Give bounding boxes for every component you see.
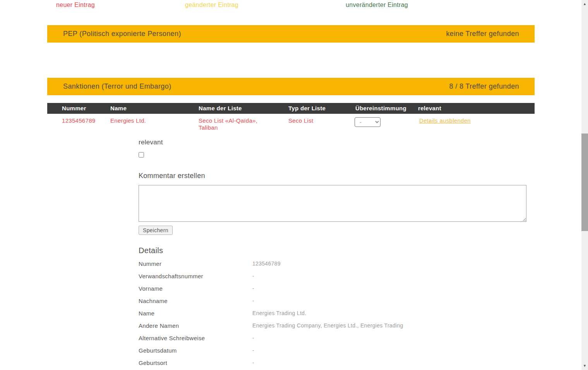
field-value: - [252,360,254,366]
details-heading: Details [139,246,163,255]
column-header-uebereinstimmung: Übereinstimmung [355,105,406,111]
field-label: Nachname [139,298,168,304]
detail-field-name: Name Energies Trading Ltd. [139,310,526,318]
field-label: Vorname [139,285,163,292]
detail-field-geburtsdatum: Geburtsdatum - [139,347,526,355]
column-header-name-der-liste: Name der Liste [199,105,242,111]
detail-field-nummer: Nummer 123546789 [139,260,526,268]
comment-label: Kommentar erstellen [139,172,205,180]
row-name: Energies Ltd. [110,117,146,124]
field-label: Nummer [139,260,161,267]
field-value: - [252,273,254,279]
scroll-down-icon[interactable]: ▼ [581,363,588,369]
field-value: Energies Trading Ltd. [252,310,306,316]
column-header-nummer: Nummer [62,105,86,111]
sanctions-section-result: 8 / 8 Treffer gefunden [449,82,519,91]
field-label: Alternative Schreibweise [139,335,205,341]
detail-field-alternative-schreibweise: Alternative Schreibweise - [139,335,526,343]
row-nummer: 1235456789 [62,117,95,124]
comment-textarea[interactable] [139,185,526,222]
sanctions-section-banner: Sanktionen (Terror und Embargo) 8 / 8 Tr… [47,78,535,95]
row-liste-name: Seco List «Al-Qaïda», Taliban [199,117,278,131]
column-header-name: Name [110,105,127,111]
field-label: Andere Namen [139,322,179,329]
field-value: 123546789 [252,260,281,267]
column-header-typ-der-liste: Typ der Liste [288,105,326,111]
row-liste-typ: Seco List [288,117,313,124]
scrollbar-thumb[interactable] [581,134,588,231]
field-value: - [252,335,254,341]
legend-new-entry: neuer Eintrag [56,2,95,9]
details-toggle-link[interactable]: Details ausblenden [419,117,471,124]
field-label: Verwandschaftsnummer [139,273,203,279]
save-button[interactable]: Speichern [139,226,173,235]
column-header-relevant: relevant [418,105,441,111]
detail-field-vorname: Vorname - [139,285,526,293]
vertical-scrollbar[interactable]: ▲ ▼ [581,0,588,370]
relevant-checkbox[interactable] [139,152,144,158]
scroll-up-icon[interactable]: ▲ [581,1,588,7]
relevant-label: relevant [139,139,163,146]
field-label: Geburtsort [139,360,167,366]
pep-section-title: PEP (Politisch exponierte Personen) [63,30,181,38]
field-value: - [252,298,254,304]
field-label: Geburtsdatum [139,347,177,354]
field-value: - [252,285,254,291]
detail-field-verwandschaftsnummer: Verwandschaftsnummer - [139,273,526,281]
table-row: 1235456789 Energies Ltd. Seco List «Al-Q… [47,117,535,133]
field-label: Name [139,310,154,317]
detail-field-andere-namen: Andere Namen Energies Trading Company, E… [139,322,526,330]
legend-changed-entry: geänderter Eintrag [185,2,238,9]
screening-results-page: neuer Eintrag geänderter Eintrag unverän… [0,0,588,370]
field-value: Energies Trading Company, Energies Ltd.,… [252,322,403,329]
field-value: - [252,347,254,353]
detail-field-nachname: Nachname - [139,298,526,305]
uebereinstimmung-select[interactable]: - [355,117,381,127]
pep-section-result: keine Treffer gefunden [446,30,519,38]
detail-field-geburtsort: Geburtsort - [139,360,526,367]
results-table-header: Nummer Name Name der Liste Typ der Liste… [47,103,535,114]
pep-section-banner: PEP (Politisch exponierte Personen) kein… [47,25,535,43]
legend-unchanged-entry: unveränderter Eintrag [346,2,408,9]
sanctions-section-title: Sanktionen (Terror und Embargo) [63,82,171,91]
